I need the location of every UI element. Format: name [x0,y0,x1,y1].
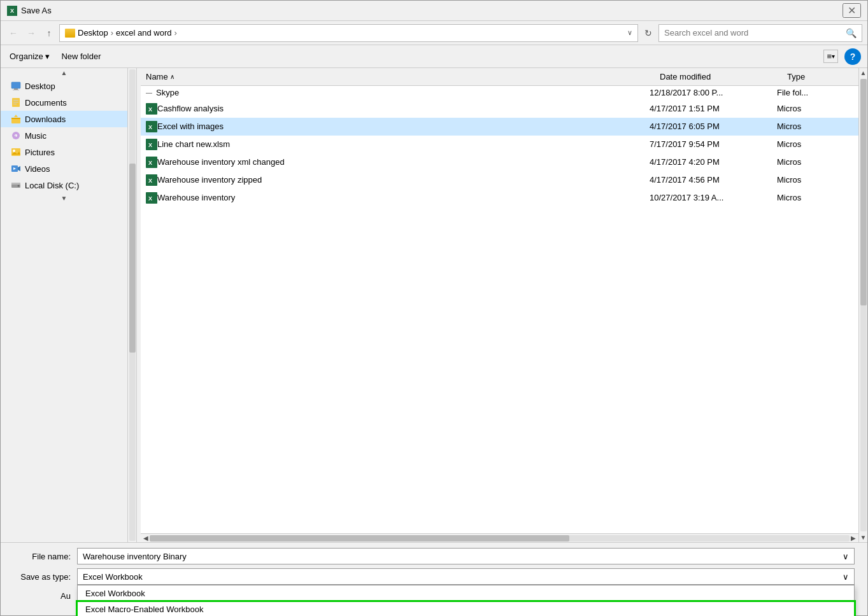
file-type-warehousezip: Micros [777,175,853,185]
sidebar-scroll-down[interactable]: ▼ [1,193,127,203]
file-type-linechart: Micros [777,139,853,149]
dropdown-item-excel-workbook[interactable]: Excel Workbook [78,585,854,601]
sidebar-item-desktop[interactable]: Desktop [1,78,127,94]
close-button[interactable]: ✕ [843,3,861,18]
path-desktop: Desktop [78,28,108,38]
sidebar-localdisk-label: Local Disk (C:) [25,181,79,190]
svg-point-21 [18,185,20,187]
file-type-excelimages: Micros [777,122,853,131]
svg-rect-9 [11,118,20,119]
folder-icon [65,29,75,38]
file-date-warehousexml: 4/17/2017 4:20 PM [650,157,777,167]
dropdown-item-excel-macro[interactable]: Excel Macro-Enabled Workbook [78,601,854,616]
pictures-icon [11,147,21,157]
excel-icon-svg4: X [146,157,157,167]
file-row-warehouse[interactable]: X Warehouse inventory 10/27/2017 3:19 A.… [141,189,858,207]
title-bar-text: Save As [21,6,52,15]
file-name-warehousexml: Warehouse inventory xml changed [157,157,650,167]
excel-icon-linechart: X [146,139,157,150]
svg-text:X: X [148,106,152,113]
hscroll-left-arrow[interactable]: ◀ [142,535,150,542]
desktop-icon [11,81,21,91]
excel-icon-svg2: X [146,122,157,132]
new-folder-button[interactable]: New folder [59,50,103,62]
svg-rect-1 [14,88,18,90]
file-date-skype: 12/18/2017 8:00 P... [650,88,777,97]
svg-rect-5 [13,102,18,102]
sidebar-item-documents[interactable]: Documents [1,94,127,111]
file-date-linechart: 7/17/2017 9:54 PM [650,139,777,149]
hscroll-track [150,535,850,542]
sidebar: ▲ Desktop [1,68,128,542]
forward-button[interactable]: → [24,25,39,41]
videos-icon [11,164,21,174]
file-date-excelimages: 4/17/2017 6:05 PM [650,122,777,131]
sidebar-item-videos[interactable]: Videos [1,160,127,177]
up-button[interactable]: ↑ [41,25,57,41]
file-name-value: Warehouse inventory Binary [83,552,187,561]
path-dropdown-chevron: ∨ [627,29,632,37]
svg-point-14 [13,150,15,152]
excel-icon-svg: X [146,104,157,114]
authors-label: Au [13,589,77,601]
excel-icon-svg6: X [146,193,157,203]
file-type-warehousexml: Micros [777,157,853,167]
file-name-chevron: ∨ [843,552,849,561]
file-row-warehousezip[interactable]: X Warehouse inventory zipped 4/17/2017 4… [141,171,858,189]
col-header-date[interactable]: Date modified [655,69,782,84]
horizontal-scrollbar[interactable]: ◀ ▶ [141,533,858,542]
sidebar-item-localdisk[interactable]: Local Disk (C:) [1,177,127,193]
sidebar-pictures-label: Pictures [25,148,55,157]
file-row-cashflow[interactable]: X Cashflow analysis 4/17/2017 1:51 PM Mi… [141,100,858,118]
file-name-input[interactable]: Warehouse inventory Binary ∨ [77,548,855,564]
file-vscroll-down[interactable]: ▼ [859,533,867,542]
file-name-warehouse: Warehouse inventory [157,193,650,202]
search-icon-button[interactable]: 🔍 [846,28,857,38]
save-as-type-value: Excel Workbook [83,572,143,582]
file-list-wrapper: Name ∧ Date modified Type — Skype [141,68,867,542]
file-type-warehouse: Micros [777,193,853,202]
svg-text:X: X [148,142,152,148]
save-as-type-field[interactable]: Excel Workbook ∨ [77,568,855,585]
sidebar-item-downloads[interactable]: Downloads [1,111,127,127]
file-name-label: File name: [13,552,77,561]
file-name-skype: Skype [156,88,650,97]
search-box[interactable]: 🔍 [658,24,862,42]
col-header-type[interactable]: Type [782,69,858,84]
svg-marker-8 [14,115,18,117]
sidebar-scroll-up[interactable]: ▲ [1,68,127,78]
file-row-excelimages[interactable]: X Excel with images 4/17/2017 6:05 PM Mi… [141,118,858,136]
sidebar-vscroll[interactable] [128,68,137,542]
file-name-excelimages: Excel with images [157,122,650,131]
help-button[interactable]: ? [844,48,861,65]
organize-button[interactable]: Organize ▾ [7,50,52,62]
sidebar-item-pictures[interactable]: Pictures [1,144,127,160]
excel-title-icon: X [7,6,17,16]
search-input[interactable] [664,28,846,38]
file-row-linechart[interactable]: X Line chart new.xlsm 7/17/2017 9:54 PM … [141,136,858,153]
localdisk-icon [11,180,21,190]
svg-text:X: X [148,195,152,202]
file-type-skype: File fol... [777,88,853,97]
sidebar-scroll-track [129,69,136,541]
svg-text:X: X [148,160,152,166]
col-header-name[interactable]: Name ∧ [141,69,655,84]
view-list-button[interactable]: ≡ ▾ [823,50,838,63]
refresh-button[interactable]: ↻ [641,25,656,41]
excel-icon-warehouse: X [146,192,157,204]
sidebar-item-music[interactable]: ♪ Music [1,127,127,144]
file-row-skype[interactable]: — Skype 12/18/2017 8:00 P... File fol... [141,86,858,100]
file-vscroll-up[interactable]: ▲ [859,68,867,78]
column-headers: Name ∧ Date modified Type [141,68,858,86]
bottom-area: File name: Warehouse inventory Binary ∨ … [1,542,867,615]
file-name-row: File name: Warehouse inventory Binary ∨ [13,548,855,564]
file-vscroll-track [860,79,867,531]
address-path[interactable]: Desktop › excel and word › ∨ [59,24,638,42]
svg-rect-6 [13,104,17,104]
file-vscroll[interactable]: ▲ ▼ [858,68,867,542]
hscroll-right-arrow[interactable]: ▶ [850,535,857,542]
title-bar-left: X Save As [7,6,52,16]
back-button[interactable]: ← [6,25,21,41]
view-icons: ≡ ▾ [823,50,838,63]
file-row-warehousexml[interactable]: X Warehouse inventory xml changed 4/17/2… [141,153,858,171]
